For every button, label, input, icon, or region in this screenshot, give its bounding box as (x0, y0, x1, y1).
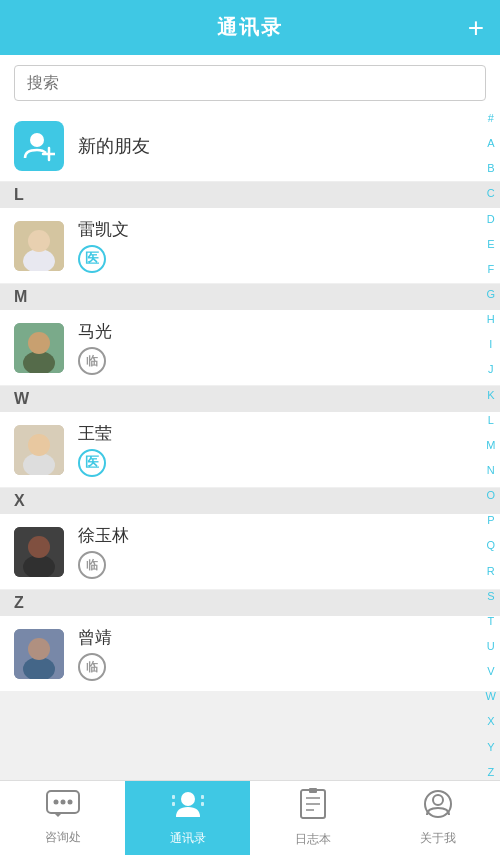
contact-info: 雷凯文医 (78, 218, 129, 273)
contact-info: 徐玉林临 (78, 524, 129, 579)
alpha-letter-P[interactable]: P (487, 514, 494, 526)
nav-item-diary[interactable]: 日志本 (250, 781, 375, 855)
section-header-Z: Z (0, 590, 500, 616)
contact-name: 曾靖 (78, 626, 112, 649)
search-bar (0, 55, 500, 111)
alpha-letter-Z[interactable]: Z (487, 766, 494, 778)
contact-row[interactable]: 王莹医 (0, 412, 500, 488)
header: 通讯录 + (0, 0, 500, 55)
new-friend-avatar (14, 121, 64, 171)
content-area: 新的朋友 L雷凯文医M马光临W王莹医X徐玉林临Z曾靖临 (0, 111, 500, 836)
profile-icon (423, 789, 453, 826)
svg-point-0 (30, 133, 44, 147)
section-header-X: X (0, 488, 500, 514)
alpha-letter-#[interactable]: # (488, 112, 494, 124)
search-input[interactable] (14, 65, 486, 101)
contact-name: 徐玉林 (78, 524, 129, 547)
nav-item-contacts[interactable]: 通讯录 (125, 781, 250, 855)
alpha-letter-V[interactable]: V (487, 665, 494, 677)
svg-point-11 (28, 434, 50, 456)
section-header-M: M (0, 284, 500, 310)
svg-point-21 (67, 800, 72, 805)
alpha-letter-J[interactable]: J (488, 363, 494, 375)
svg-point-33 (433, 795, 443, 805)
nav-label-contacts: 通讯录 (170, 830, 206, 847)
nav-item-profile[interactable]: 关于我 (375, 781, 500, 855)
alpha-letter-R[interactable]: R (487, 565, 495, 577)
add-contact-button[interactable]: + (468, 14, 484, 42)
alpha-letter-W[interactable]: W (486, 690, 496, 702)
contact-name: 雷凯文 (78, 218, 129, 241)
header-title: 通讯录 (217, 14, 283, 41)
svg-point-17 (28, 638, 50, 660)
alpha-letter-U[interactable]: U (487, 640, 495, 652)
chat-icon (46, 790, 80, 825)
alpha-letter-F[interactable]: F (487, 263, 494, 275)
contact-row[interactable]: 曾靖临 (0, 616, 500, 692)
alpha-letter-C[interactable]: C (487, 187, 495, 199)
svg-point-14 (28, 536, 50, 558)
alpha-letter-H[interactable]: H (487, 313, 495, 325)
nav-label-diary: 日志本 (295, 831, 331, 848)
nav-label-consult: 咨询处 (45, 829, 81, 846)
alpha-letter-E[interactable]: E (487, 238, 494, 250)
alpha-letter-A[interactable]: A (487, 137, 494, 149)
contact-row[interactable]: 徐玉林临 (0, 514, 500, 590)
new-friend-row[interactable]: 新的朋友 (0, 111, 500, 182)
contact-row[interactable]: 马光临 (0, 310, 500, 386)
contact-badge: 医 (78, 245, 106, 273)
diary-icon (299, 788, 327, 827)
svg-point-20 (60, 800, 65, 805)
contact-badge: 临 (78, 653, 106, 681)
bottom-nav: 咨询处 通讯录 日志本 (0, 780, 500, 855)
alpha-letter-L[interactable]: L (488, 414, 494, 426)
new-friend-label: 新的朋友 (78, 134, 150, 158)
alpha-letter-Q[interactable]: Q (487, 539, 496, 551)
contact-badge: 医 (78, 449, 106, 477)
svg-rect-25 (201, 795, 204, 799)
alpha-letter-M[interactable]: M (486, 439, 495, 451)
contacts-icon (172, 789, 204, 826)
alpha-letter-Y[interactable]: Y (487, 741, 494, 753)
contact-sections: L雷凯文医M马光临W王莹医X徐玉林临Z曾靖临 (0, 182, 500, 692)
alpha-letter-G[interactable]: G (487, 288, 496, 300)
contact-badge: 临 (78, 347, 106, 375)
section-header-L: L (0, 182, 500, 208)
alpha-letter-D[interactable]: D (487, 213, 495, 225)
contact-name: 王莹 (78, 422, 112, 445)
alpha-letter-I[interactable]: I (489, 338, 492, 350)
nav-item-consult[interactable]: 咨询处 (0, 781, 125, 855)
svg-point-19 (53, 800, 58, 805)
contact-info: 曾靖临 (78, 626, 112, 681)
add-friend-icon (23, 130, 55, 162)
contact-badge: 临 (78, 551, 106, 579)
alpha-letter-T[interactable]: T (487, 615, 494, 627)
svg-rect-31 (309, 788, 317, 793)
alpha-letter-X[interactable]: X (487, 715, 494, 727)
alpha-letter-B[interactable]: B (487, 162, 494, 174)
svg-point-22 (181, 792, 195, 806)
svg-point-5 (28, 230, 50, 252)
nav-label-profile: 关于我 (420, 830, 456, 847)
alpha-letter-N[interactable]: N (487, 464, 495, 476)
svg-rect-24 (172, 802, 175, 806)
alpha-index: #ABCDEFGHIJKLMNOPQRSTUVWXYZ (486, 110, 496, 780)
contact-row[interactable]: 雷凯文医 (0, 208, 500, 284)
contact-info: 马光临 (78, 320, 112, 375)
alpha-letter-O[interactable]: O (487, 489, 496, 501)
svg-point-8 (28, 332, 50, 354)
contact-info: 王莹医 (78, 422, 112, 477)
alpha-letter-S[interactable]: S (487, 590, 494, 602)
contact-name: 马光 (78, 320, 112, 343)
alpha-letter-K[interactable]: K (487, 389, 494, 401)
svg-rect-23 (172, 795, 175, 799)
svg-rect-26 (201, 802, 204, 806)
section-header-W: W (0, 386, 500, 412)
